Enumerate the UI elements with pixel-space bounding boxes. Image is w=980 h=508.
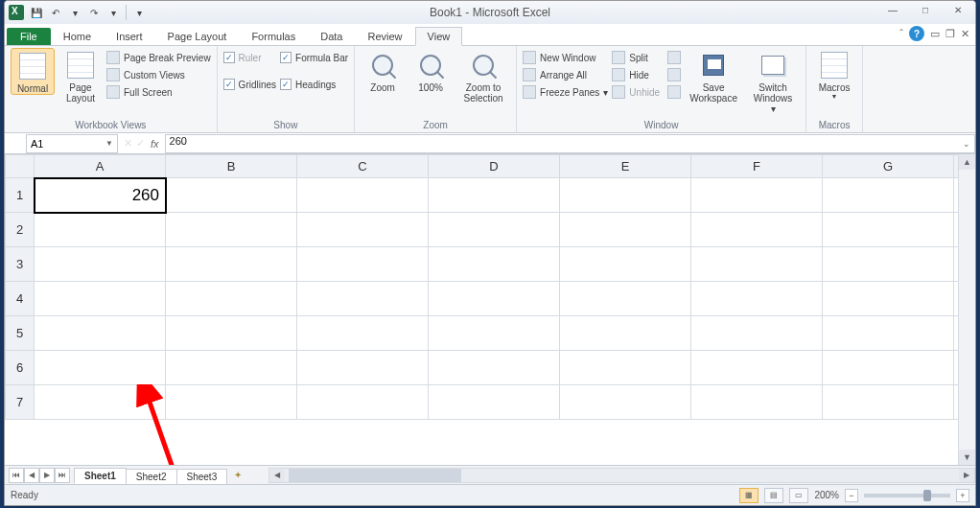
view-normal-icon[interactable]: ▦ xyxy=(739,488,758,503)
split-button[interactable]: Split xyxy=(612,50,660,65)
qat-redo-button[interactable]: ↷ xyxy=(85,4,103,21)
window-close-button[interactable]: ✕ xyxy=(945,1,971,18)
tab-review[interactable]: Review xyxy=(355,27,414,45)
tab-data[interactable]: Data xyxy=(308,27,355,45)
qat-customize[interactable]: ▾ xyxy=(130,4,148,21)
cell-a1[interactable]: 260 xyxy=(35,178,166,213)
doc-restore-icon[interactable]: ❐ xyxy=(945,28,955,40)
tab-formulas[interactable]: Formulas xyxy=(239,27,308,45)
ribbon-minimize-icon[interactable]: ˆ xyxy=(899,28,903,39)
doc-close-icon[interactable]: ✕ xyxy=(961,28,969,40)
cell-f1[interactable] xyxy=(691,178,823,213)
col-header-b[interactable]: B xyxy=(166,155,297,178)
save-workspace-button[interactable]: Save Workspace xyxy=(685,48,742,104)
col-header-d[interactable]: D xyxy=(429,155,560,178)
row-header-4[interactable]: 4 xyxy=(6,282,35,316)
insert-worksheet-button[interactable]: ✦ xyxy=(226,470,249,480)
qat-redo-more[interactable]: ▾ xyxy=(105,4,122,21)
col-header-c[interactable]: C xyxy=(297,155,429,178)
sheet-nav-first[interactable]: ⏮ xyxy=(9,468,24,483)
custom-views-button[interactable]: Custom Views xyxy=(106,67,211,82)
tab-home[interactable]: Home xyxy=(51,27,104,45)
row-header-2[interactable]: 2 xyxy=(6,213,35,247)
cell-a2[interactable] xyxy=(35,213,166,247)
sheet-tab-sheet1[interactable]: Sheet1 xyxy=(74,468,127,484)
hscroll-thumb[interactable] xyxy=(289,469,461,482)
window-maximize-button[interactable]: □ xyxy=(912,1,939,18)
view-page-break-icon[interactable]: ▭ xyxy=(789,488,808,503)
row-header-6[interactable]: 6 xyxy=(6,351,35,385)
hide-button[interactable]: Hide xyxy=(612,67,660,82)
normal-view-button[interactable]: Normal xyxy=(11,48,55,95)
sheet-nav-next[interactable]: ▶ xyxy=(39,468,55,483)
switch-windows-button[interactable]: Switch Windows ▾ xyxy=(746,48,800,114)
unhide-button[interactable]: Unhide xyxy=(612,84,660,100)
cell-d1[interactable] xyxy=(429,178,560,213)
scroll-right-icon[interactable]: ▶ xyxy=(959,469,974,482)
cell-c1[interactable] xyxy=(297,178,429,213)
tab-view[interactable]: View xyxy=(415,27,463,46)
tab-insert[interactable]: Insert xyxy=(104,27,155,45)
name-box-dropdown-icon[interactable]: ▼ xyxy=(105,139,113,148)
doc-minimize-icon[interactable]: ▭ xyxy=(930,28,940,40)
name-box[interactable]: A1 ▼ xyxy=(26,134,118,153)
file-tab[interactable]: File xyxy=(7,28,51,45)
scroll-down-icon[interactable]: ▼ xyxy=(959,450,975,465)
scroll-left-icon[interactable]: ◀ xyxy=(269,469,285,482)
zoom-to-selection-button[interactable]: Zoom to Selection xyxy=(456,48,510,104)
row-header-7[interactable]: 7 xyxy=(6,385,35,420)
scroll-up-icon[interactable]: ▲ xyxy=(959,154,975,170)
arrange-all-button[interactable]: Arrange All xyxy=(523,67,608,82)
enter-formula-icon[interactable]: ✓ xyxy=(136,137,145,150)
zoom-100-button[interactable]: 100% xyxy=(408,48,453,93)
col-header-e[interactable]: E xyxy=(560,155,691,178)
excel-app-icon xyxy=(9,5,24,20)
zoom-in-button[interactable]: + xyxy=(956,489,969,502)
zoom-button[interactable]: Zoom xyxy=(361,48,405,93)
row-header-1[interactable]: 1 xyxy=(6,178,35,213)
zoom-level[interactable]: 200% xyxy=(814,490,839,500)
row-header-5[interactable]: 5 xyxy=(6,316,35,351)
sheet-tab-sheet2[interactable]: Sheet2 xyxy=(126,469,177,484)
sync-scroll-icon[interactable] xyxy=(667,67,681,82)
headings-checkbox[interactable]: Headings xyxy=(280,77,348,92)
tab-page-layout[interactable]: Page Layout xyxy=(155,27,240,45)
sheet-nav-last[interactable]: ⏭ xyxy=(55,468,70,483)
macros-button[interactable]: Macros▼ xyxy=(812,48,856,101)
col-header-g[interactable]: G xyxy=(823,155,954,178)
select-all-corner[interactable] xyxy=(6,155,35,178)
qat-save-button[interactable]: 💾 xyxy=(28,4,45,21)
cell-g1[interactable] xyxy=(823,178,954,213)
view-page-layout-icon[interactable]: ▤ xyxy=(764,488,783,503)
formula-bar-expand[interactable]: ⌄ xyxy=(958,134,975,153)
cell-e1[interactable] xyxy=(560,178,691,213)
sheet-nav-prev[interactable]: ◀ xyxy=(24,468,39,483)
new-window-button[interactable]: New Window xyxy=(523,50,608,65)
sheet-tab-sheet3[interactable]: Sheet3 xyxy=(176,469,228,484)
vertical-scrollbar[interactable]: ▲ ▼ xyxy=(958,154,975,465)
formula-input[interactable]: 260 xyxy=(165,134,958,153)
col-header-f[interactable]: F xyxy=(691,155,823,178)
zoom-out-button[interactable]: − xyxy=(845,489,858,502)
freeze-panes-button[interactable]: Freeze Panes ▾ xyxy=(523,84,608,100)
row-header-3[interactable]: 3 xyxy=(6,247,35,282)
qat-undo-more[interactable]: ▾ xyxy=(66,4,83,21)
cell-b1[interactable] xyxy=(166,178,297,213)
col-header-a[interactable]: A xyxy=(35,155,166,178)
view-side-by-side-icon[interactable] xyxy=(667,50,681,65)
zoom-slider[interactable] xyxy=(864,494,950,497)
page-layout-view-button[interactable]: Page Layout xyxy=(58,48,103,104)
horizontal-scrollbar[interactable]: ◀ ▶ xyxy=(268,468,975,483)
worksheet-grid[interactable]: A B C D E F G 1 260 2 3 4 5 6 7 ▲ ▼ xyxy=(5,154,975,465)
ruler-checkbox[interactable]: Ruler xyxy=(223,50,276,65)
fx-icon[interactable]: fx xyxy=(151,138,159,150)
window-minimize-button[interactable]: — xyxy=(879,1,906,18)
cancel-formula-icon[interactable]: ✕ xyxy=(124,137,132,150)
qat-undo-button[interactable]: ↶ xyxy=(47,4,64,21)
full-screen-button[interactable]: Full Screen xyxy=(106,84,211,100)
gridlines-checkbox[interactable]: Gridlines xyxy=(223,77,276,92)
formula-bar-checkbox[interactable]: Formula Bar xyxy=(280,50,348,65)
page-break-preview-button[interactable]: Page Break Preview xyxy=(106,50,211,65)
help-icon[interactable]: ? xyxy=(909,26,924,41)
reset-window-icon[interactable] xyxy=(667,84,681,100)
